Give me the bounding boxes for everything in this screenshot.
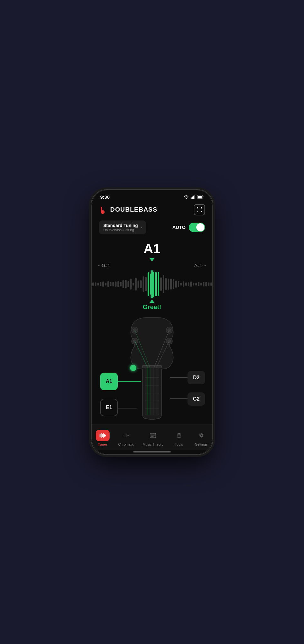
waveform-bar	[190, 281, 192, 287]
svg-rect-5	[198, 196, 202, 198]
waveform-bar	[198, 282, 199, 286]
right-dots-menu[interactable]: ···	[202, 263, 206, 268]
waveform-bar	[125, 280, 127, 289]
chromatic-icon-bg	[119, 430, 133, 441]
tuning-selector[interactable]: Standard Tuning Doublebass 4-string ›	[99, 220, 146, 234]
arrow-up-icon	[149, 300, 155, 303]
svg-rect-40	[126, 434, 126, 437]
svg-rect-31	[100, 434, 101, 437]
tuning-info: Standard Tuning Doublebass 4-string	[103, 223, 138, 232]
app-logo: DOUBLEBASS	[99, 205, 157, 214]
logo-icon	[99, 205, 108, 214]
tuner-nav-label: Tuner	[98, 442, 107, 446]
tuner-icon	[99, 433, 106, 438]
string-a1-label[interactable]: A1	[100, 373, 118, 390]
note-display: A1	[91, 241, 213, 256]
settings-nav-label: Settings	[195, 442, 208, 446]
string-g2-text: G2	[193, 396, 199, 402]
waveform-bar	[155, 272, 157, 297]
waveform-bar	[97, 283, 99, 286]
svg-rect-45	[151, 435, 155, 435]
waveform-bar	[138, 280, 139, 288]
signal-icon	[191, 195, 195, 199]
svg-rect-3	[194, 195, 195, 199]
bass-headstock-svg	[111, 314, 193, 421]
svg-rect-32	[101, 433, 102, 438]
waveform-bar	[170, 279, 172, 290]
svg-rect-43	[128, 435, 129, 436]
string-g2-label[interactable]: G2	[187, 392, 205, 406]
svg-point-6	[101, 211, 104, 213]
waveform-container	[91, 270, 213, 298]
nav-item-tools[interactable]: Tools	[169, 429, 189, 447]
svg-rect-34	[103, 433, 104, 438]
waveform-bar	[195, 283, 197, 285]
waveform-bar	[145, 277, 147, 291]
tuner-icon-bg	[96, 430, 110, 441]
phone-frame: 9:30	[91, 189, 213, 455]
string-d2-label[interactable]: D2	[187, 371, 205, 384]
waveform-bar	[133, 283, 134, 285]
svg-rect-2	[193, 196, 194, 199]
svg-point-49	[200, 435, 202, 436]
waveform-bar	[200, 283, 202, 286]
svg-rect-30	[100, 434, 100, 437]
nav-item-tuner[interactable]: Tuner	[93, 429, 113, 447]
waveform-bar	[165, 278, 167, 291]
svg-rect-39	[125, 433, 125, 438]
svg-rect-38	[124, 434, 124, 437]
note-right: A#1	[194, 263, 202, 268]
nav-item-settings[interactable]: Settings	[191, 429, 211, 447]
chromatic-nav-label: Chromatic	[118, 442, 134, 446]
string-e1-line	[118, 408, 137, 408]
status-icons	[184, 195, 204, 199]
waveform-bar	[115, 281, 117, 287]
waveform-bar	[110, 282, 111, 286]
bottom-nav: Tuner Chromatic	[91, 425, 213, 450]
waveform-bar	[120, 282, 122, 286]
center-line	[151, 270, 153, 298]
waveform-bar	[100, 282, 101, 286]
scan-button[interactable]	[194, 204, 205, 215]
waveform-bar	[135, 278, 137, 291]
note-arrow-down	[91, 258, 213, 261]
waveform-bar	[158, 272, 159, 297]
bass-illustration: A1 E1 D2 G2	[91, 314, 213, 425]
great-text: Great!	[143, 303, 161, 310]
tuning-row: Standard Tuning Doublebass 4-string › AU…	[91, 219, 213, 238]
status-up-arrow	[91, 300, 213, 303]
home-indicator	[133, 451, 171, 452]
string-e1-label[interactable]: E1	[100, 399, 118, 416]
svg-rect-35	[104, 434, 105, 437]
string-d2-line	[170, 377, 187, 378]
waveform-bar	[92, 282, 94, 286]
status-bar: 9:30	[91, 190, 213, 202]
waveform-bar	[112, 282, 114, 286]
auto-label: AUTO	[172, 225, 186, 230]
waveform-bar	[107, 281, 109, 287]
tuning-sub: Doublebass 4-string	[103, 228, 138, 232]
nav-item-music-theory[interactable]: Music Theory	[139, 429, 166, 447]
waveform-bar	[122, 280, 124, 288]
toggle-knob	[196, 223, 204, 231]
note-left: G#1	[102, 263, 110, 268]
settings-icon-bg	[194, 430, 208, 441]
waveform-bar	[203, 282, 204, 286]
wifi-icon	[184, 195, 189, 199]
waveform-bar	[140, 280, 142, 288]
tuner-display: A1 ··· G#1 A#1 ···	[91, 238, 213, 314]
waveform-bar	[143, 276, 144, 291]
toggle-switch[interactable]	[189, 223, 205, 232]
left-dots-menu[interactable]: ···	[98, 263, 102, 268]
tuner-status: Great!	[91, 298, 213, 313]
nav-item-chromatic[interactable]: Chromatic	[115, 429, 137, 447]
side-notes: ··· G#1 A#1 ···	[91, 263, 213, 268]
waveform-bar	[205, 282, 207, 286]
waveform-bar	[102, 281, 104, 286]
settings-icon	[198, 433, 205, 438]
waveform-bar	[105, 283, 106, 286]
music-theory-nav-label: Music Theory	[143, 442, 163, 446]
scan-icon	[196, 207, 203, 213]
waveform-bar	[180, 283, 182, 285]
waveform-bar	[175, 280, 177, 288]
